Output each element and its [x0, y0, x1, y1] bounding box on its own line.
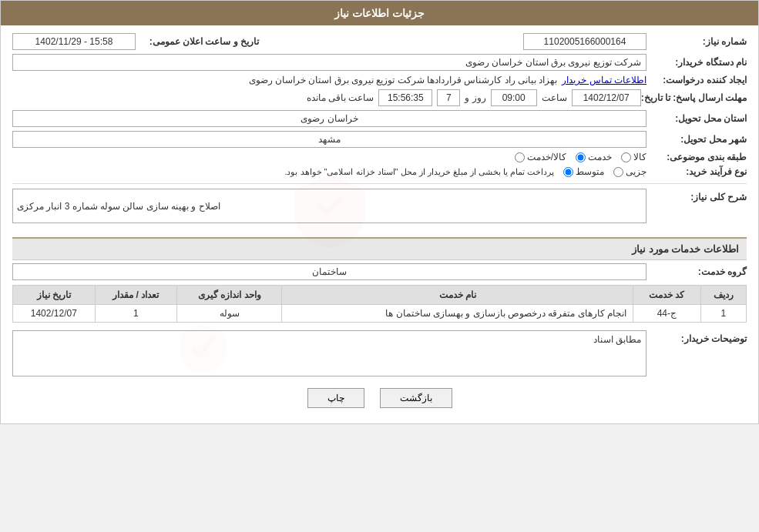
- announce-date-value: 1402/11/29 - 15:58: [12, 33, 136, 50]
- announce-date-label: تاریخ و ساعت اعلان عمومی:: [143, 36, 259, 47]
- cell-service-code: ج-44: [633, 305, 701, 323]
- deadline-row: مهلت ارسال پاسخ: تا تاریخ: 1402/12/07 سا…: [12, 89, 747, 106]
- purchase-radio-mota[interactable]: [563, 167, 573, 177]
- cell-unit: سوله: [177, 305, 282, 323]
- purchase-type-option-mota: متوسط: [563, 166, 604, 177]
- service-group-row: گروه خدمت: ساختمان: [12, 263, 747, 280]
- category-radio-kala-khedmat[interactable]: [515, 152, 525, 162]
- col-service-code: کد خدمت: [633, 286, 701, 305]
- col-row-num: ردیف: [700, 286, 746, 305]
- creator-row: ایجاد کننده درخواست: اطلاعات تماس خریدار…: [12, 75, 747, 85]
- service-group-value: ساختمان: [12, 263, 646, 280]
- buyer-org-value: شرکت توزیع نیروی برق استان خراسان رضوی: [12, 54, 646, 71]
- col-date-needed: تاریخ نیاز: [13, 286, 96, 305]
- province-label: استان محل تحویل:: [646, 113, 747, 124]
- purchase-radio-jozii[interactable]: [613, 167, 623, 177]
- purchase-type-label: نوع فرآیند خرید:: [646, 166, 747, 177]
- deadline-date-row: 1402/12/07 ساعت 09:00 روز و 7 15:56:35 س…: [12, 89, 641, 106]
- need-number-label: شماره نیاز:: [654, 36, 747, 47]
- deadline-days: 7: [437, 89, 460, 106]
- buyer-desc-section: توضیحات خریدار: مطابق اسناد: [12, 330, 747, 376]
- page-wrapper: جزئیات اطلاعات نیاز شماره نیاز: 11020051…: [0, 0, 759, 424]
- need-number-value: 1102005166000164: [523, 33, 646, 50]
- deadline-remaining-label: ساعت باقی مانده: [307, 92, 374, 103]
- cell-date-needed: 1402/12/07: [13, 305, 96, 323]
- table-row: 1 ج-44 انجام کارهای متفرقه درخصوص بازساز…: [13, 305, 747, 323]
- category-radio-khedmat[interactable]: [576, 152, 586, 162]
- category-radio-kala[interactable]: [621, 152, 631, 162]
- print-button[interactable]: چاپ: [307, 388, 364, 408]
- purchase-jozii-label: جزیی: [626, 166, 646, 177]
- category-kala-label: کالا: [633, 152, 646, 162]
- need-summary-label: شرح کلی نیاز:: [646, 189, 747, 202]
- category-option-kala: کالا: [621, 152, 646, 162]
- back-button[interactable]: بازگشت: [380, 388, 452, 408]
- buttons-row: بازگشت چاپ: [12, 388, 747, 408]
- province-row: استان محل تحویل: خراسان رضوی: [12, 110, 747, 127]
- cell-quantity: 1: [95, 305, 176, 323]
- creator-value: بهزاد بیانی راد کارشناس قراردادها شرکت ت…: [249, 75, 558, 85]
- buyer-desc-text: مطابق اسناد: [593, 334, 641, 345]
- buyer-org-label: نام دستگاه خریدار:: [646, 57, 747, 68]
- purchase-type-options: جزیی متوسط پرداخت تمام یا بخشی از مبلغ خ…: [12, 166, 646, 177]
- service-group-label: گروه خدمت:: [646, 266, 747, 277]
- deadline-label: مهلت ارسال پاسخ: تا تاریخ:: [641, 92, 747, 103]
- city-value: مشهد: [12, 131, 646, 148]
- need-summary-value: اصلاح و بهینه سازی سالن سوله شماره 3 انب…: [12, 189, 646, 223]
- col-quantity: تعداد / مقدار: [95, 286, 176, 305]
- category-radio-group: کالا خدمت کالا/خدمت: [12, 152, 646, 162]
- city-label: شهر محل تحویل:: [646, 134, 747, 145]
- category-option-kala-khedmat: کالا/خدمت: [515, 152, 566, 162]
- page-title: جزئیات اطلاعات نیاز: [1, 1, 758, 25]
- creator-label: ایجاد کننده درخواست:: [646, 75, 747, 85]
- purchase-mota-label: متوسط: [576, 166, 604, 177]
- buyer-desc-content: مطابق اسناد: [12, 330, 646, 376]
- deadline-remaining: 15:56:35: [378, 89, 432, 106]
- cell-service-name: انجام کارهای متفرقه درخصوص بازسازی و بهس…: [282, 305, 633, 323]
- deadline-time: 09:00: [491, 89, 537, 106]
- category-option-khedmat: خدمت: [576, 152, 612, 162]
- need-summary-section: شرح کلی نیاز: اصلاح و بهینه سازی سالن سو…: [12, 183, 747, 231]
- category-kala-khedmat-label: کالا/خدمت: [527, 152, 566, 162]
- category-row: طبقه بندی موضوعی: کالا خدمت کالا/خدمت: [12, 152, 747, 162]
- buyer-desc-label: توضیحات خریدار:: [646, 330, 747, 344]
- cell-row-num: 1: [700, 305, 746, 323]
- creator-link[interactable]: اطلاعات تماس خریدار: [562, 75, 646, 85]
- buyer-desc-value: مطابق اسناد: [12, 330, 646, 376]
- deadline-date: 1402/12/07: [572, 89, 641, 106]
- province-value: خراسان رضوی: [12, 110, 646, 127]
- title-text: جزئیات اطلاعات نیاز: [334, 7, 425, 19]
- col-unit: واحد اندازه گیری: [177, 286, 282, 305]
- services-table-header-row: ردیف کد خدمت نام خدمت واحد اندازه گیری ت…: [13, 286, 747, 305]
- purchase-type-row: نوع فرآیند خرید: جزیی متوسط پرداخت تمام …: [12, 166, 747, 177]
- need-summary-content: اصلاح و بهینه سازی سالن سوله شماره 3 انب…: [12, 189, 646, 231]
- buyer-org-row: نام دستگاه خریدار: شرکت توزیع نیروی برق …: [12, 54, 747, 71]
- purchase-type-note: پرداخت تمام یا بخشی از مبلغ خریدار از مح…: [284, 167, 554, 177]
- col-service-name: نام خدمت: [282, 286, 633, 305]
- services-table: ردیف کد خدمت نام خدمت واحد اندازه گیری ت…: [12, 285, 747, 323]
- category-khedmat-label: خدمت: [588, 152, 612, 162]
- services-section-title: اطلاعات خدمات مورد نیاز: [12, 237, 747, 260]
- category-label: طبقه بندی موضوعی:: [646, 152, 747, 162]
- content-area: شماره نیاز: 1102005166000164 تاریخ و ساع…: [1, 25, 758, 423]
- deadline-time-label: ساعت: [542, 92, 567, 103]
- deadline-days-label: روز و: [465, 92, 485, 103]
- city-row: شهر محل تحویل: مشهد: [12, 131, 747, 148]
- purchase-type-option-jozii: جزیی: [613, 166, 646, 177]
